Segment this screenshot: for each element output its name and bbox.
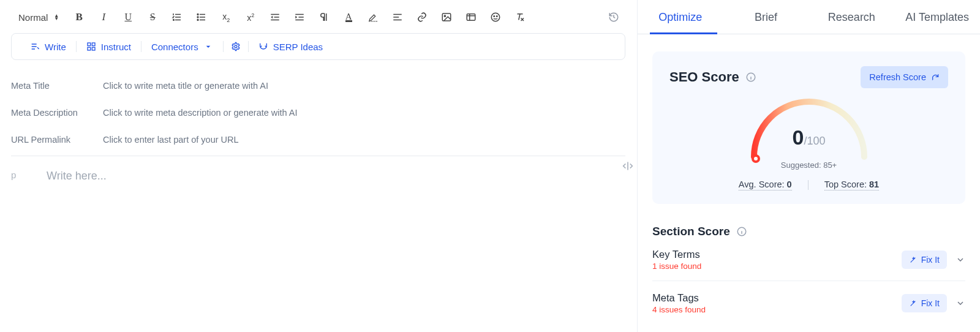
tab-optimize[interactable]: Optimize — [638, 0, 723, 34]
svg-rect-9 — [88, 43, 91, 46]
svg-point-6 — [492, 13, 500, 21]
editor-placeholder: Write here... — [47, 170, 107, 183]
svg-point-2 — [197, 20, 198, 21]
bold-icon[interactable]: B — [71, 9, 87, 25]
indent-icon[interactable] — [292, 9, 307, 25]
tab-brief[interactable]: Brief — [723, 0, 809, 34]
underline-icon[interactable]: U — [120, 9, 136, 25]
refresh-score-label: Refresh Score — [869, 72, 926, 82]
align-left-icon[interactable] — [390, 9, 405, 25]
issue-row-meta-tags: Meta Tags 4 issues found Fix It — [652, 281, 965, 318]
fix-it-button[interactable]: Fix It — [902, 294, 947, 312]
meta-url-input[interactable]: Click to enter last part of your URL — [103, 135, 239, 145]
italic-icon[interactable]: I — [96, 9, 111, 25]
svg-point-7 — [494, 16, 495, 17]
block-tag-gutter: p — [11, 170, 47, 180]
svg-rect-10 — [92, 43, 95, 46]
text-style-label: Normal — [18, 12, 48, 23]
seo-score-max: /100 — [804, 135, 825, 147]
ai-connectors-button[interactable]: Connectors — [141, 34, 223, 59]
svg-rect-3 — [443, 13, 451, 21]
chevron-down-icon — [203, 42, 213, 51]
sort-updown-icon: ▲▼ — [54, 14, 59, 20]
fix-it-button[interactable]: Fix It — [902, 251, 947, 269]
ai-connectors-label: Connectors — [151, 42, 198, 52]
tab-brief-label: Brief — [755, 11, 777, 23]
divider — [11, 156, 625, 156]
meta-title-label: Meta Title — [11, 81, 103, 91]
panel-tabs: Optimize Brief Research AI Templates — [638, 0, 980, 34]
ai-action-bar: Write Instruct Connectors SERP Ideas — [11, 33, 625, 60]
svg-point-4 — [445, 15, 446, 17]
refresh-score-button[interactable]: Refresh Score — [861, 66, 948, 88]
ai-write-button[interactable]: Write — [20, 34, 76, 59]
highlight-icon[interactable] — [365, 9, 381, 25]
ai-instruct-button[interactable]: Instruct — [77, 34, 141, 59]
superscript-icon[interactable]: x2 — [243, 9, 258, 25]
seo-gauge: 0/100 Suggested: 85+ — [669, 96, 948, 170]
outdent-icon[interactable] — [267, 9, 283, 25]
fix-it-label: Fix It — [921, 298, 940, 308]
meta-description-label: Meta Description — [11, 108, 103, 118]
ordered-list-icon[interactable] — [169, 9, 185, 25]
meta-description-input[interactable]: Click to write meta description or gener… — [103, 108, 298, 118]
meta-description-row: Meta Description Click to write meta des… — [11, 99, 625, 126]
svg-point-13 — [235, 45, 237, 48]
seo-score-title: SEO Score — [669, 69, 739, 85]
media-icon[interactable] — [463, 9, 479, 25]
avg-score: Avg. Score: 0 — [739, 179, 792, 191]
refresh-icon — [931, 73, 940, 81]
meta-title-row: Meta Title Click to write meta title or … — [11, 72, 625, 99]
history-icon[interactable] — [606, 9, 622, 25]
meta-url-row: URL Permalink Click to enter last part o… — [11, 126, 625, 153]
section-score-title: Section Score — [652, 225, 730, 238]
strike-icon[interactable]: S — [145, 9, 160, 25]
seo-score-card: SEO Score Refresh Score — [652, 51, 965, 204]
magic-wand-icon — [909, 300, 917, 307]
paragraph-dir-icon[interactable] — [316, 9, 332, 25]
panel-resize-handle[interactable] — [619, 157, 637, 175]
tab-ai-templates[interactable]: AI Templates — [894, 0, 980, 34]
chevron-down-icon[interactable] — [956, 298, 965, 308]
text-color-icon[interactable]: A — [341, 9, 356, 25]
tab-optimize-label: Optimize — [658, 11, 702, 23]
link-icon[interactable] — [414, 9, 430, 25]
ai-instruct-label: Instruct — [101, 42, 131, 52]
seo-benchmark-row: Avg. Score: 0 Top Score: 81 — [669, 179, 948, 191]
info-icon[interactable] — [745, 72, 756, 83]
subscript-icon[interactable]: x2 — [218, 9, 234, 25]
svg-rect-11 — [88, 47, 91, 50]
seo-score-value: 0/100 — [742, 126, 876, 149]
tab-research-label: Research — [828, 11, 875, 23]
info-icon[interactable] — [736, 226, 747, 237]
chevron-down-icon[interactable] — [956, 255, 965, 265]
svg-point-1 — [197, 17, 198, 18]
meta-title-input[interactable]: Click to write meta title or generate wi… — [103, 81, 268, 91]
meta-url-label: URL Permalink — [11, 135, 103, 145]
top-score: Top Score: 81 — [824, 179, 879, 191]
magic-wand-icon — [909, 256, 917, 264]
ai-serp-label: SERP Ideas — [273, 42, 323, 52]
emoji-icon[interactable] — [488, 9, 503, 25]
unordered-list-icon[interactable] — [194, 9, 209, 25]
tab-ai-label: AI Templates — [905, 11, 969, 23]
image-icon[interactable] — [439, 9, 454, 25]
clear-format-icon[interactable] — [512, 9, 528, 25]
tab-research[interactable]: Research — [809, 0, 895, 34]
tab-underline — [650, 32, 717, 34]
issue-name: Meta Tags — [652, 292, 706, 304]
ai-serp-button[interactable]: SERP Ideas — [249, 34, 333, 59]
svg-point-8 — [497, 16, 498, 17]
issue-name: Key Terms — [652, 249, 701, 260]
text-style-select[interactable]: Normal ▲▼ — [15, 9, 62, 26]
right-panel: Optimize Brief Research AI Templates SEO… — [637, 0, 980, 332]
section-score: Section Score Key Terms 1 issue found Fi… — [652, 225, 965, 318]
meta-fields: Meta Title Click to write meta title or … — [11, 72, 625, 156]
gear-icon — [231, 42, 241, 51]
seo-score-number: 0 — [793, 126, 804, 149]
issue-count: 1 issue found — [652, 262, 701, 271]
ai-settings-button[interactable] — [224, 34, 248, 59]
ai-write-label: Write — [45, 42, 66, 52]
editor-body[interactable]: p Write here... — [11, 170, 625, 183]
issue-row-key-terms: Key Terms 1 issue found Fix It — [652, 238, 965, 274]
